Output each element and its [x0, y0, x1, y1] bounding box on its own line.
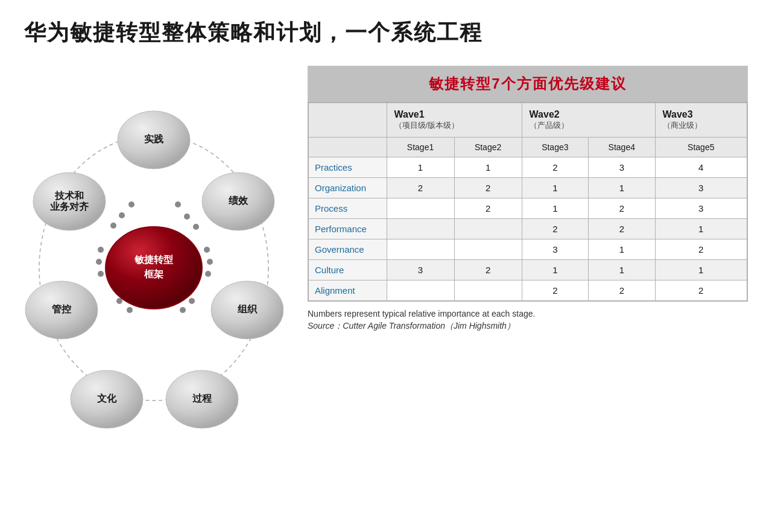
- cell-gov-s3: 3: [522, 239, 588, 260]
- diagram-svg: 实践 绩效 组织 过程 文化 管控 技术和 业务对齐: [24, 66, 283, 458]
- cell-gov-s4: 1: [589, 239, 655, 260]
- svg-point-5: [207, 259, 213, 265]
- table-header-box: 敏捷转型7个方面优先级建议: [308, 66, 748, 102]
- cell-p-s4: 3: [589, 157, 655, 178]
- cell-perf-s1: [387, 219, 454, 239]
- table-row: Governance 3 1 2: [308, 239, 747, 260]
- footnote-source: Source：Cutter Agile Transformation（Jim H…: [308, 321, 748, 332]
- row-label-alignment: Alignment: [308, 280, 387, 302]
- svg-point-13: [98, 247, 104, 253]
- svg-text:绩效: 绩效: [228, 195, 248, 206]
- svg-text:业务对齐: 业务对齐: [50, 201, 89, 212]
- cell-gov-s1: [387, 239, 454, 260]
- svg-point-32: [106, 227, 202, 309]
- row-label-performance: Performance: [308, 219, 387, 239]
- table-body: Practices 1 1 2 3 4 Organization 2 2 1 1…: [308, 157, 747, 302]
- cell-o-s4: 1: [589, 178, 655, 198]
- cell-cul-s2: 2: [454, 260, 522, 280]
- cell-align-s1: [387, 280, 454, 302]
- svg-point-7: [189, 298, 195, 304]
- cell-cul-s3: 1: [522, 260, 588, 280]
- svg-text:管控: 管控: [52, 304, 71, 314]
- cell-perf-s2: [454, 219, 522, 239]
- cell-cul-s4: 1: [589, 260, 655, 280]
- cell-align-s3: 2: [522, 280, 588, 302]
- svg-point-11: [98, 271, 104, 277]
- svg-point-4: [204, 247, 210, 253]
- svg-text:实践: 实践: [144, 133, 163, 144]
- content-area: 实践 绩效 组织 过程 文化 管控 技术和 业务对齐: [24, 66, 748, 458]
- svg-text:文化: 文化: [97, 393, 117, 404]
- table-row: Organization 2 2 1 1 3: [308, 178, 747, 198]
- cell-cul-s5: 1: [655, 260, 747, 280]
- cell-cul-s1: 3: [387, 260, 454, 280]
- cell-perf-s5: 1: [655, 219, 747, 239]
- wave2-header: Wave2 （产品级）: [522, 103, 655, 138]
- stage-empty: [308, 138, 387, 157]
- row-label-process: Process: [308, 198, 387, 219]
- footnote-line1: Numbers represent typical relative impor…: [308, 309, 748, 318]
- cell-align-s4: 2: [589, 280, 655, 302]
- svg-point-6: [205, 271, 211, 277]
- svg-point-12: [96, 259, 102, 265]
- wave1-header: Wave1 （项目级/版本级）: [387, 103, 522, 138]
- wave3-header: Wave3 （商业级）: [655, 103, 747, 138]
- cell-p-s5: 4: [655, 157, 747, 178]
- section-title: 敏捷转型7个方面优先级建议: [429, 75, 626, 92]
- svg-point-16: [128, 201, 134, 207]
- stage3-header: Stage3: [522, 138, 588, 157]
- cell-perf-s4: 2: [589, 219, 655, 239]
- cell-o-s5: 3: [655, 178, 747, 198]
- cell-o-s3: 1: [522, 178, 588, 198]
- diagram-area: 实践 绩效 组织 过程 文化 管控 技术和 业务对齐: [24, 66, 283, 458]
- svg-point-14: [110, 223, 116, 229]
- row-label-practices: Practices: [308, 157, 387, 178]
- cell-perf-s3: 2: [522, 219, 588, 239]
- empty-header: [308, 103, 387, 138]
- stage1-header: Stage1: [387, 138, 454, 157]
- cell-align-s5: 2: [655, 280, 747, 302]
- stage-header-row: Stage1 Stage2 Stage3 Stage4 Stage5: [308, 138, 747, 157]
- cell-align-s2: [454, 280, 522, 302]
- svg-point-2: [184, 214, 190, 220]
- cell-p-s2: 1: [454, 157, 522, 178]
- table-row: Alignment 2 2 2: [308, 280, 747, 302]
- priority-table: Wave1 （项目级/版本级） Wave2 （产品级） Wave3 （商业级）: [308, 102, 748, 302]
- svg-point-8: [180, 307, 186, 313]
- cell-pr-s5: 3: [655, 198, 747, 219]
- table-row: Process 2 1 2 3: [308, 198, 747, 219]
- cell-p-s3: 2: [522, 157, 588, 178]
- svg-text:敏捷转型: 敏捷转型: [134, 255, 174, 265]
- cell-pr-s2: 2: [454, 198, 522, 219]
- footnote: Numbers represent typical relative impor…: [308, 309, 748, 332]
- svg-text:过程: 过程: [192, 393, 212, 404]
- cell-pr-s4: 2: [589, 198, 655, 219]
- cell-pr-s1: [387, 198, 454, 219]
- svg-text:技术和: 技术和: [54, 190, 84, 201]
- svg-point-9: [127, 307, 133, 313]
- table-area: 敏捷转型7个方面优先级建议 Wave1 （项目级/版本级） Wave2 （产品级…: [308, 66, 748, 332]
- cell-o-s2: 2: [454, 178, 522, 198]
- svg-text:框架: 框架: [144, 269, 163, 279]
- row-label-governance: Governance: [308, 239, 387, 260]
- cell-pr-s3: 1: [522, 198, 588, 219]
- svg-point-15: [119, 212, 125, 218]
- table-row: Culture 3 2 1 1 1: [308, 260, 747, 280]
- svg-point-3: [193, 224, 199, 230]
- stage4-header: Stage4: [589, 138, 655, 157]
- page-container: 华为敏捷转型整体策略和计划，一个系统工程: [0, 0, 772, 532]
- table-row: Practices 1 1 2 3 4: [308, 157, 747, 178]
- svg-text:组织: 组织: [237, 304, 258, 314]
- page-title: 华为敏捷转型整体策略和计划，一个系统工程: [24, 18, 748, 48]
- row-label-org: Organization: [308, 178, 387, 198]
- wave-header-row: Wave1 （项目级/版本级） Wave2 （产品级） Wave3 （商业级）: [308, 103, 747, 138]
- stage5-header: Stage5: [655, 138, 747, 157]
- row-label-culture: Culture: [308, 260, 387, 280]
- svg-point-1: [175, 201, 181, 207]
- cell-o-s1: 2: [387, 178, 454, 198]
- cell-gov-s2: [454, 239, 522, 260]
- stage2-header: Stage2: [454, 138, 522, 157]
- table-row: Performance 2 2 1: [308, 219, 747, 239]
- cell-p-s1: 1: [387, 157, 454, 178]
- cell-gov-s5: 2: [655, 239, 747, 260]
